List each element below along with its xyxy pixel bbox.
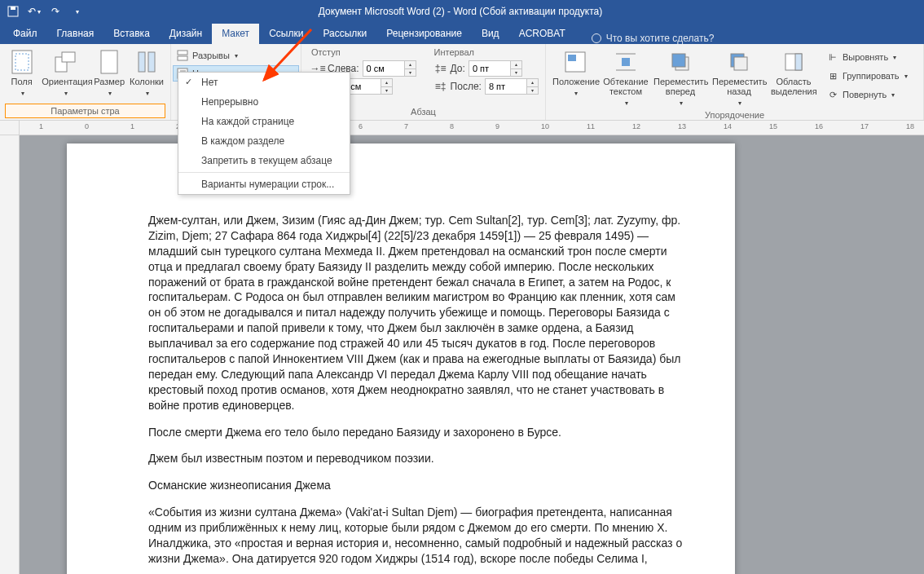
ribbon-tabs: Файл Главная Вставка Дизайн Макет Ссылки… xyxy=(0,23,924,44)
tab-design[interactable]: Дизайн xyxy=(160,24,212,44)
paragraph-3: Джем был известным поэтом и переводчиком… xyxy=(148,451,686,466)
paragraph-5: «События из жизни султана Джема» (Vaki'a… xyxy=(148,505,686,567)
group-arrange: Положение▾ Обтекание текстом▾ Переместит… xyxy=(546,44,924,120)
send-backward-button[interactable]: Переместить назад▾ xyxy=(711,47,768,108)
paragraph-4: Османские жизнеописания Джема xyxy=(148,478,686,493)
wrap-text-icon xyxy=(613,49,639,75)
ribbon: Поля▾ Ориентация▾ Размер▾ Колонки▾ Парам… xyxy=(0,44,924,121)
svg-rect-6 xyxy=(62,52,75,62)
svg-rect-1 xyxy=(11,7,15,10)
tab-references[interactable]: Ссылки xyxy=(259,24,313,44)
breaks-icon xyxy=(176,49,189,62)
columns-label: Колонки xyxy=(130,77,164,86)
titlebar: ↶▾ ↷ ▾ Документ Microsoft Word (2) - Wor… xyxy=(0,0,924,23)
breaks-button[interactable]: Разрывы▾ xyxy=(173,47,299,64)
paragraph-2: После смерти Джема его тело было передан… xyxy=(148,425,686,440)
svg-rect-9 xyxy=(148,52,155,72)
align-button[interactable]: ⊩Выровнять▾ xyxy=(823,49,911,65)
bring-forward-button[interactable]: Переместить вперед▾ xyxy=(652,47,709,108)
position-label: Положение xyxy=(552,77,598,86)
orientation-button[interactable]: Ориентация▾ xyxy=(40,47,90,98)
document-canvas[interactable]: Джем-султан, или Джем, Зизим (Гияс ад-Ди… xyxy=(20,135,924,574)
selection-pane-label: Область выделения xyxy=(771,77,816,96)
margins-button[interactable]: Поля▾ xyxy=(5,47,38,98)
group-label: Группировать xyxy=(843,71,900,81)
wrap-text-button[interactable]: Обтекание текстом▾ xyxy=(601,47,650,108)
indent-header: Отступ xyxy=(311,47,416,57)
breaks-label: Разрывы xyxy=(192,51,230,60)
spacing-block: Интервал ‡≡ До: ▴▾ ≡‡ После: ▴▾ xyxy=(429,47,543,95)
dd-each-section[interactable]: В каждом разделе xyxy=(178,131,350,151)
dd-none[interactable]: ✓Нет xyxy=(178,73,350,92)
tab-mailings[interactable]: Рассылки xyxy=(313,24,376,44)
redo-icon[interactable]: ↷ xyxy=(46,2,65,21)
vertical-ruler[interactable] xyxy=(0,135,20,574)
spacing-before-input[interactable]: ▴▾ xyxy=(469,60,522,77)
bring-forward-label: Переместить вперед xyxy=(653,77,707,96)
rotate-label: Повернуть xyxy=(843,90,887,99)
tab-insert[interactable]: Вставка xyxy=(103,24,160,44)
tab-review[interactable]: Рецензирование xyxy=(376,24,472,44)
spacing-before-icon: ‡≡ xyxy=(434,62,447,75)
send-backward-label: Переместить назад xyxy=(712,77,766,96)
group-button[interactable]: ⊞Группировать▾ xyxy=(823,68,911,84)
tab-layout[interactable]: Макет xyxy=(212,24,259,44)
rotate-icon: ⟳ xyxy=(826,88,839,101)
tab-home[interactable]: Главная xyxy=(47,24,104,44)
tab-acrobat[interactable]: ACROBAT xyxy=(509,24,575,44)
group-page-setup: Поля▾ Ориентация▾ Размер▾ Колонки▾ Парам… xyxy=(0,44,171,120)
bulb-icon xyxy=(592,33,601,43)
size-label: Размер xyxy=(94,77,125,86)
selection-pane-button[interactable]: Область выделения xyxy=(769,47,818,96)
columns-button[interactable]: Колонки▾ xyxy=(128,47,165,98)
spacing-after-label: После: xyxy=(451,81,482,92)
qat-customize-icon[interactable]: ▾ xyxy=(67,2,86,21)
columns-icon xyxy=(134,49,160,75)
group-page-setup-label: Параметры стра xyxy=(5,104,165,118)
dd-each-page[interactable]: На каждой странице xyxy=(178,112,350,131)
svg-rect-11 xyxy=(178,56,187,60)
send-backward-icon xyxy=(726,49,752,75)
spacing-after-input[interactable]: ▴▾ xyxy=(485,78,539,95)
svg-rect-18 xyxy=(622,58,630,66)
svg-rect-10 xyxy=(178,51,187,55)
tab-file[interactable]: Файл xyxy=(3,24,47,44)
quick-access-toolbar: ↶▾ ↷ ▾ xyxy=(0,2,86,21)
margins-icon xyxy=(9,49,35,75)
tab-view[interactable]: Вид xyxy=(472,24,509,44)
position-button[interactable]: Положение▾ xyxy=(551,47,600,98)
position-icon xyxy=(562,49,588,75)
svg-rect-22 xyxy=(672,54,685,67)
undo-icon[interactable]: ↶▾ xyxy=(24,2,44,21)
wrap-text-label: Обтекание текстом xyxy=(603,77,649,96)
bring-forward-icon xyxy=(667,49,693,75)
dd-separator xyxy=(178,172,350,173)
check-icon: ✓ xyxy=(185,77,192,87)
ruler-corner xyxy=(0,121,20,135)
selection-pane-icon xyxy=(781,49,807,75)
group-arrange-label: Упорядочение xyxy=(551,108,918,121)
size-button[interactable]: Размер▾ xyxy=(92,47,126,98)
rotate-button[interactable]: ⟳Повернуть▾ xyxy=(823,86,911,103)
spacing-after-icon: ≡‡ xyxy=(434,80,447,93)
paragraph-1: Джем-султан, или Джем, Зизим (Гияс ад-Ди… xyxy=(148,213,686,413)
svg-rect-17 xyxy=(568,55,576,61)
margins-label: Поля xyxy=(7,77,37,86)
spacing-before-label: До: xyxy=(451,63,465,74)
dd-options[interactable]: Варианты нумерации строк... xyxy=(178,174,350,194)
svg-rect-8 xyxy=(139,52,145,72)
dd-continuous[interactable]: Непрерывно xyxy=(178,92,350,112)
svg-rect-26 xyxy=(795,54,802,70)
dd-none-label: Нет xyxy=(201,77,218,88)
line-numbers-dropdown: ✓Нет Непрерывно На каждой странице В каж… xyxy=(178,72,350,195)
group-icon: ⊞ xyxy=(826,69,839,82)
indent-left-input[interactable]: ▴▾ xyxy=(363,60,416,77)
tell-me-placeholder: Что вы хотите сделать? xyxy=(606,33,715,44)
window-title: Документ Microsoft Word (2) - Word (Сбой… xyxy=(86,6,834,17)
page: Джем-султан, или Джем, Зизим (Гияс ад-Ди… xyxy=(67,144,735,574)
tell-me-search[interactable]: Что вы хотите сделать? xyxy=(592,33,715,44)
dd-suppress[interactable]: Запретить в текущем абзаце xyxy=(178,151,350,170)
save-icon[interactable] xyxy=(3,2,23,21)
spacing-header: Интервал xyxy=(434,47,539,57)
horizontal-ruler[interactable]: 10123456789101112131415161718 xyxy=(20,121,924,135)
